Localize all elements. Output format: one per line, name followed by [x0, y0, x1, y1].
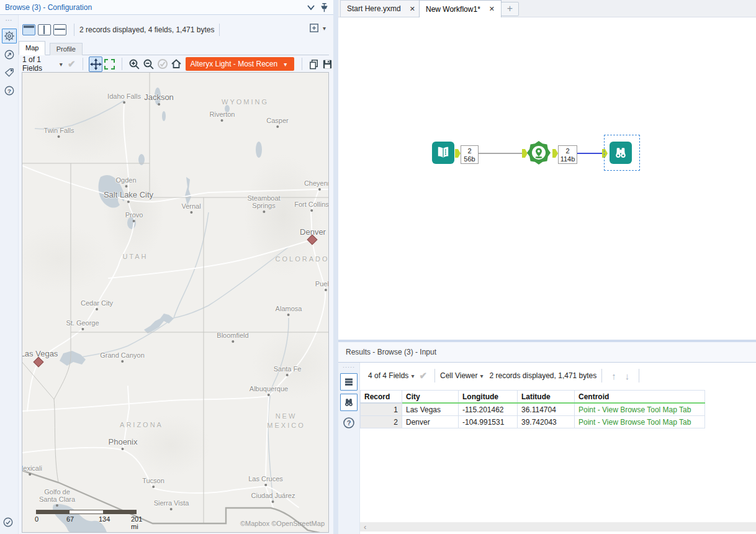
caret-down[interactable]: ▾: [60, 61, 63, 68]
config-panel-title: Browse (3) - Configuration: [5, 3, 92, 12]
results-stats: 2 records displayed, 1,471 bytes: [489, 371, 596, 380]
tool-create-points[interactable]: [526, 140, 551, 165]
table-cell: 36.114704: [518, 403, 575, 416]
config-body: 2 records displayed, 4 fields, 1,471 byt…: [19, 15, 333, 534]
configuration-panel: Browse (3) - Configuration ⋯: [0, 0, 333, 534]
close-tab-icon[interactable]: ✕: [489, 5, 495, 13]
workflow-canvas[interactable]: 2 56b 2 114b: [338, 17, 756, 340]
caret-down[interactable]: ▾: [411, 373, 414, 379]
map-attribution: ©Mapbox ©OpenStreetMap: [240, 520, 325, 527]
table-cell: 2: [361, 416, 402, 428]
centroid-link-cell[interactable]: Point - View Browse Tool Map Tab: [575, 416, 705, 428]
panel-splitter-vertical[interactable]: [333, 0, 338, 534]
connection-annotation[interactable]: 2 114b: [558, 145, 577, 164]
table-row[interactable]: 2Denver-104.99153139.742043Point - View …: [361, 416, 705, 428]
table-cell: -104.991531: [459, 416, 518, 428]
save-icon[interactable]: [322, 57, 334, 71]
map-scalebar: 067134201 mi: [36, 510, 142, 524]
collapse-chevron-icon[interactable]: [305, 2, 317, 13]
table-view-icon[interactable]: [340, 373, 358, 391]
separator: [639, 369, 639, 382]
tab-profile[interactable]: Profile: [50, 43, 83, 55]
column-header[interactable]: Latitude: [518, 391, 575, 404]
basemap-dropdown-label: Alteryx Light - Most Recen: [191, 60, 278, 68]
output-anchor[interactable]: [455, 149, 461, 158]
open-in-window-icon[interactable]: ▾: [308, 22, 328, 34]
strip-grip-dots: ·····: [338, 364, 359, 370]
scalebar-tick: 201 mi: [131, 515, 142, 530]
centroid-link-cell[interactable]: Point - View Browse Tool Map Tab: [575, 403, 705, 416]
svg-text:?: ?: [347, 419, 351, 427]
column-header[interactable]: Longitude: [459, 391, 518, 404]
separator: [219, 24, 220, 36]
layout-single-icon[interactable]: [22, 24, 35, 35]
column-header[interactable]: Centroid: [575, 391, 705, 404]
copy-icon[interactable]: [308, 57, 320, 71]
workflow-tab-new-workflow[interactable]: New Workflow1* ✕: [419, 0, 502, 18]
zoom-extent-icon[interactable]: [156, 57, 169, 71]
apply-check-icon: ✔: [419, 370, 427, 381]
results-toolbar: 4 of 4 Fields ▾ ✔ Cell Viewer ▾ 2 record…: [359, 363, 644, 389]
results-table-body: 1Las Vegas-115.20146236.114704Point - Vi…: [361, 403, 705, 428]
configuration-header: Browse (3) - Configuration: [0, 0, 333, 15]
separator: [83, 58, 83, 70]
connection-annotation[interactable]: 2 56b: [461, 145, 479, 164]
layout-two-rows-icon[interactable]: [53, 24, 66, 35]
connection-wire-blue[interactable]: [577, 153, 602, 154]
scalebar-ticks: 067134201 mi: [36, 515, 142, 524]
scalebar-track: [36, 510, 137, 514]
results-table-wrap: RecordCityLongitudeLatitudeCentroid 1Las…: [360, 390, 705, 428]
help-icon[interactable]: ?: [2, 84, 16, 97]
scroll-left-icon[interactable]: ‹: [364, 522, 366, 532]
alteryx-designer-window: Browse (3) - Configuration ⋯: [0, 0, 756, 534]
scroll-down-icon[interactable]: ↓: [625, 371, 630, 381]
column-header[interactable]: City: [402, 391, 459, 404]
pan-tool-icon[interactable]: [89, 57, 102, 72]
caret-down: ▾: [284, 61, 287, 68]
tab-map[interactable]: Map: [19, 41, 45, 55]
output-anchor[interactable]: [552, 149, 558, 158]
home-extent-icon[interactable]: [170, 57, 182, 71]
basemap-dropdown[interactable]: Alteryx Light - Most Recen ▾: [186, 57, 295, 71]
browse-layout-toolbar: 2 records displayed, 4 fields, 1,471 byt…: [19, 21, 225, 38]
records-stats: 2 records displayed, 4 fields, 1,471 byt…: [79, 25, 214, 34]
navigation-icon[interactable]: [2, 48, 16, 61]
marquee-select-icon[interactable]: [104, 57, 116, 71]
results-table-header: RecordCityLongitudeLatitudeCentroid: [361, 391, 705, 404]
cell-viewer-dropdown[interactable]: Cell Viewer: [440, 371, 477, 380]
strip-overflow-dots: ⋯: [0, 16, 18, 24]
results-table[interactable]: RecordCityLongitudeLatitudeCentroid 1Las…: [360, 390, 705, 428]
scalebar-tick: 67: [66, 515, 74, 523]
column-header[interactable]: Record: [361, 391, 402, 404]
separator: [122, 58, 122, 70]
scroll-up-icon[interactable]: ↑: [611, 371, 616, 381]
caret-down[interactable]: ▾: [480, 373, 483, 379]
connection-wire-gray[interactable]: [479, 153, 522, 154]
table-cell: -115.201462: [459, 403, 518, 416]
configuration-tab-icon[interactable]: [2, 29, 17, 43]
fields-dropdown-label[interactable]: 4 of 4 Fields: [368, 371, 408, 380]
table-row[interactable]: 1Las Vegas-115.20146236.114704Point - Vi…: [361, 403, 705, 416]
separator: [601, 369, 602, 382]
tool-text-input[interactable]: [432, 142, 454, 164]
fields-dropdown-label[interactable]: 1 of 1 Fields: [22, 55, 57, 73]
map-canvas[interactable]: WYOMINGUTAHCOLORADOARIZONANEW MEXICOIdah…: [22, 72, 329, 533]
horizontal-scrollbar[interactable]: ‹: [360, 522, 756, 532]
check-circle-icon[interactable]: [1, 515, 15, 529]
close-tab-icon[interactable]: ✕: [410, 5, 415, 13]
record-count: 2: [461, 147, 478, 155]
tag-icon[interactable]: [2, 66, 16, 79]
results-help-icon[interactable]: ?: [342, 416, 356, 430]
map-toolbar: 1 of 1 Fields ▾ ✔: [19, 56, 334, 72]
map-view-binoculars-icon[interactable]: [340, 394, 358, 411]
zoom-in-icon[interactable]: [128, 57, 141, 71]
workflow-tab-start-here[interactable]: Start Here.yxmd ✕: [340, 0, 422, 17]
tool-browse[interactable]: [610, 142, 632, 164]
zoom-out-icon[interactable]: [142, 57, 155, 71]
results-header: Results - Browse (3) - Input: [338, 342, 756, 363]
results-side-strip: ····· ?: [338, 363, 360, 534]
layout-two-columns-icon[interactable]: [38, 24, 51, 35]
text-input-book-icon: [436, 145, 451, 160]
pin-icon[interactable]: [318, 2, 330, 13]
new-workflow-tab-button[interactable]: +: [501, 2, 519, 16]
